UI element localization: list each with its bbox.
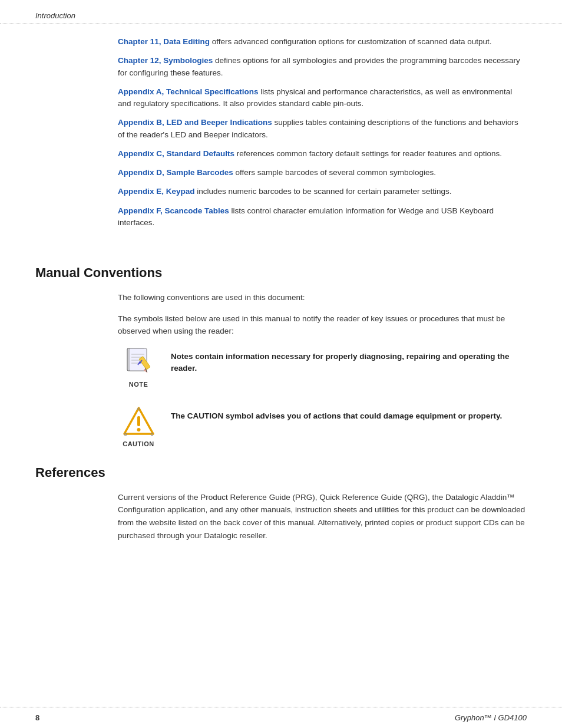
chapter-link-0[interactable]: Chapter 11, Data Editing [118, 37, 210, 46]
chapter-link-3[interactable]: Appendix B, LED and Beeper Indications [118, 118, 272, 127]
chapter-link-5[interactable]: Appendix D, Sample Barcodes [118, 168, 233, 177]
chapter-line-2: Appendix A, Technical Specifications lis… [118, 86, 527, 110]
header: Introduction [0, 0, 562, 24]
note-text: Notes contain information necessary for … [159, 346, 527, 375]
manual-conventions-body: The following conventions are used in th… [0, 291, 562, 338]
manual-conventions-para2: The symbols listed below are used in thi… [118, 312, 527, 338]
note-label: NOTE [129, 381, 148, 388]
footer-page: 8 [35, 713, 39, 722]
chapter-line-6: Appendix E, Keypad includes numeric barc… [118, 186, 527, 197]
header-label: Introduction [35, 11, 75, 20]
chapter-list: Chapter 11, Data Editing offers advanced… [0, 24, 562, 248]
chapter-line-1: Chapter 12, Symbologies defines options … [118, 55, 527, 79]
caution-text: The CAUTION symbol advises you of action… [159, 406, 502, 422]
chapter-line-4: Appendix C, Standard Defaults references… [118, 148, 527, 160]
footer-title: Gryphon™ I GD4100 [455, 713, 527, 722]
svg-point-13 [137, 428, 140, 431]
caution-icon-block: CAUTION [118, 406, 159, 447]
caution-block: CAUTION The CAUTION symbol advises you o… [118, 406, 527, 447]
caution-icon [123, 406, 155, 438]
chapter-link-4[interactable]: Appendix C, Standard Defaults [118, 149, 234, 158]
symbols-area: NOTE Notes contain information necessary… [0, 346, 562, 447]
references-body: Current versions of the Product Referenc… [0, 491, 562, 542]
references-text: Current versions of the Product Referenc… [118, 491, 527, 542]
chapter-link-6[interactable]: Appendix E, Keypad [118, 187, 195, 196]
chapter-line-3: Appendix B, LED and Beeper Indications s… [118, 117, 527, 141]
chapter-line-0: Chapter 11, Data Editing offers advanced… [118, 36, 527, 48]
footer: 8 Gryphon™ I GD4100 [0, 707, 562, 728]
note-icon [123, 346, 155, 378]
page-container: Introduction Chapter 11, Data Editing of… [0, 0, 562, 728]
svg-rect-12 [137, 416, 140, 426]
manual-conventions-para1: The following conventions are used in th… [118, 291, 527, 304]
chapter-line-7: Appendix F, Scancode Tables lists contro… [118, 205, 527, 229]
chapter-link-2[interactable]: Appendix A, Technical Specifications [118, 87, 259, 96]
note-icon-block: NOTE [118, 346, 159, 388]
caution-label: CAUTION [123, 440, 154, 447]
chapter-link-1[interactable]: Chapter 12, Symbologies [118, 56, 213, 65]
note-block: NOTE Notes contain information necessary… [118, 346, 527, 388]
references-heading: References [0, 465, 562, 480]
manual-conventions-heading: Manual Conventions [0, 265, 562, 281]
chapter-line-5: Appendix D, Sample Barcodes offers sampl… [118, 167, 527, 179]
chapter-link-7[interactable]: Appendix F, Scancode Tables [118, 206, 229, 215]
